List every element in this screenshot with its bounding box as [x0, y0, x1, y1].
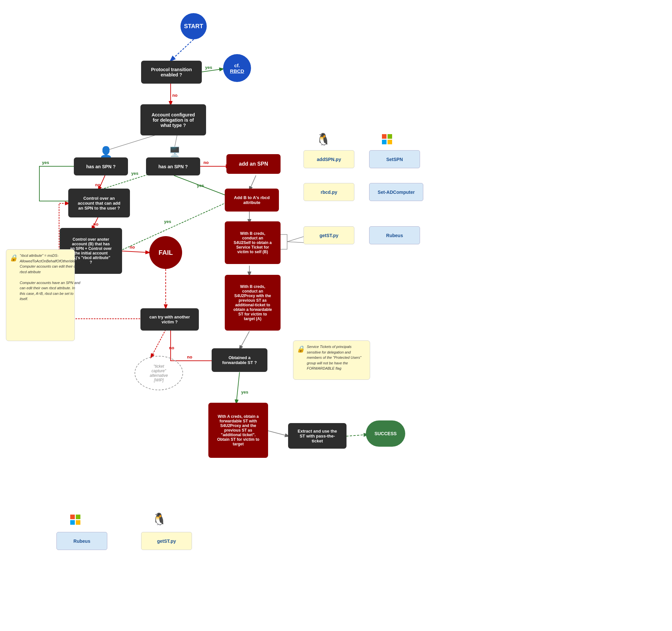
svg-text:no: no	[93, 222, 98, 227]
svg-line-23	[240, 331, 249, 349]
can-try-victim-node: can try with another victim ?	[140, 308, 199, 331]
s4u2self-node: With B creds, conduct an S4U2Self to obt…	[225, 221, 281, 264]
svg-text:yes: yes	[197, 183, 204, 188]
extract-use-node: Extract and use the ST with pass-the- ti…	[288, 423, 346, 449]
ticket-capture-node: "ticket capture" alternative [WIP]	[135, 356, 183, 390]
svg-text:no: no	[129, 245, 135, 250]
svg-line-19	[120, 251, 149, 253]
svg-line-33	[287, 242, 305, 243]
ms-icon-top	[379, 131, 395, 148]
rbcd-node[interactable]: cf. RBCD	[223, 54, 251, 82]
linux-icon-top: 🐧	[315, 131, 331, 148]
rubeus-top-tool: Rubeus	[369, 226, 420, 244]
svg-text:yes: yes	[164, 219, 171, 224]
setspn-tool: SetSPN	[369, 150, 420, 168]
set-adcomputer-tool: Set-ADComputer	[369, 183, 423, 201]
svg-line-31	[346, 434, 367, 436]
svg-text:no: no	[95, 182, 100, 187]
svg-text:no: no	[169, 345, 174, 350]
svg-text:no: no	[172, 93, 177, 98]
svg-line-30	[267, 431, 289, 436]
forwardable-note: 🔒 Service Tickets of principals sensitiv…	[293, 340, 370, 380]
svg-line-32	[287, 236, 305, 242]
protocol-transition-node: Protocol transition enabled ?	[141, 61, 202, 84]
fail-node: FAIL	[149, 236, 182, 269]
svg-line-25	[151, 330, 166, 357]
s4u2proxy-node: With B creds, conduct an S4U2Proxy with …	[225, 275, 281, 331]
rbcd-note: 🔒 "rbcd attribute" = msDS-AllowedToActOn…	[6, 249, 75, 341]
account-type-node: Account configured for delegation is of …	[140, 104, 206, 135]
final-action-node: With A creds, obtain a forwardable ST wi…	[208, 403, 268, 458]
add-b-rbcd-node: Add B to A's rbcd attribute	[225, 188, 279, 211]
has-spn-user-node: has an SPN ?	[74, 157, 128, 175]
addspn-py-tool: addSPN.py	[304, 150, 354, 168]
svg-line-7	[98, 175, 105, 190]
svg-line-14	[249, 175, 256, 190]
getst-py-bottom-tool: getST.py	[141, 532, 192, 550]
person-icon: 👤	[98, 144, 113, 159]
obtained-st-node: Obtained a forwardable ST ?	[212, 348, 267, 372]
svg-line-16	[92, 217, 98, 230]
svg-line-1	[200, 69, 223, 72]
svg-text:no: no	[203, 160, 209, 165]
svg-text:yes: yes	[205, 65, 212, 70]
rubeus-bottom-tool: Rubeus	[56, 532, 107, 550]
add-spn-node: add an SPN	[226, 154, 281, 174]
svg-line-28	[236, 372, 240, 403]
ms-icon-bottom	[67, 512, 84, 528]
svg-line-0	[171, 40, 194, 61]
start-node: START	[181, 13, 207, 40]
diagram-container: yes no no yes no yes yes no yes n	[0, 0, 672, 631]
rbcd-py-tool: rbcd.py	[304, 183, 354, 201]
control-add-spn-node: Control over an account that can add an …	[68, 188, 130, 218]
svg-text:yes: yes	[42, 160, 49, 165]
svg-line-12	[174, 175, 230, 197]
linux-icon-bottom: 🐧	[151, 511, 167, 527]
computer-icon: 🖥️	[167, 144, 182, 159]
getst-py-top-tool: getST.py	[304, 226, 354, 244]
success-node: SUCCESS	[366, 421, 405, 447]
svg-text:yes: yes	[131, 171, 139, 176]
has-spn-comp-node: has an SPN ?	[146, 157, 200, 175]
svg-text:yes: yes	[241, 389, 248, 395]
svg-text:no: no	[187, 355, 192, 359]
